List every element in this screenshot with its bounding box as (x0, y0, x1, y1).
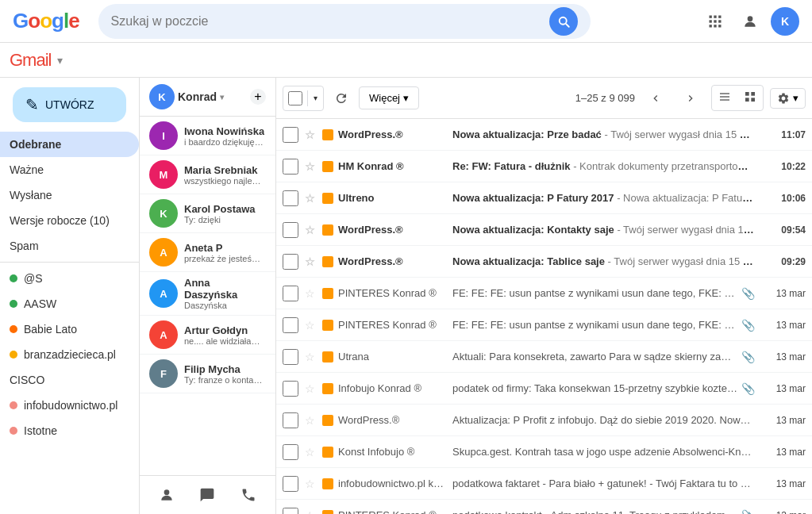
chat-person-icon[interactable] (154, 482, 179, 508)
email-content: podatek od firmy: Taka konsekwan 15-prze… (452, 382, 738, 394)
sidebar-item-infobudownictwo[interactable]: infobudownictwo.pl (0, 393, 139, 418)
sidebar-item-babie-lato[interactable]: Babie Lato (0, 316, 139, 342)
conv-item-artur[interactable]: A Artur Gołdyn ne.... ale widziałam goog… (140, 316, 275, 355)
email-checkbox[interactable] (283, 286, 298, 301)
attachment-icon: 📎 (741, 319, 755, 332)
settings-button[interactable]: ▾ (770, 88, 806, 109)
conv-preview-iwona: i baardzo dziękuję za sp (184, 137, 264, 147)
conv-name-artur: Artur Gołdyn (184, 324, 264, 336)
email-row[interactable]: ☆ Konst Infobujo ® Skupca.gest. Kontrah … (276, 436, 812, 468)
conv-item-anna[interactable]: A Anna Daszyńska Daszyńska (140, 272, 275, 316)
sidebar-item-important[interactable]: Ważne (0, 157, 139, 182)
compose-button[interactable]: ✎ UTWÓRZ (13, 87, 126, 122)
conv-item-maria[interactable]: M Maria Srebniak wszystkiego najlepszego (140, 155, 275, 194)
sidebar-item-istotne[interactable]: Istotne (0, 418, 139, 443)
email-content: FE: FE: FE: usun pantse z wynikami usun … (452, 319, 738, 331)
star-icon[interactable]: ☆ (302, 254, 317, 270)
star-icon[interactable]: ☆ (302, 381, 317, 397)
email-checkbox[interactable] (283, 190, 298, 206)
email-checkbox[interactable] (283, 159, 298, 175)
email-checkbox[interactable] (283, 349, 298, 365)
star-icon[interactable]: ☆ (302, 317, 317, 333)
select-all-checkbox[interactable] (288, 91, 302, 105)
phone-icon[interactable] (236, 482, 261, 508)
conv-info-iwona: Iwona Nowińska i baardzo dziękuję za sp (184, 125, 264, 147)
svg-rect-12 (720, 96, 729, 97)
search-input[interactable] (111, 14, 543, 29)
sidebar-item-inbox[interactable]: Odebrane (0, 132, 139, 157)
sidebar-item-sent[interactable]: Wysłane (0, 182, 139, 208)
star-icon[interactable]: ☆ (302, 127, 317, 143)
email-row[interactable]: ☆ PINTERES Konrad ® FE: FE: FE: usun pan… (276, 309, 812, 341)
email-row[interactable]: ☆ PINTERES Konrad ® podatkowa kontrakt -… (276, 500, 812, 514)
konrad-dropdown[interactable]: ▾ (220, 93, 224, 102)
label-tag (322, 320, 333, 331)
email-time: 13 mar (758, 478, 806, 489)
email-row[interactable]: ☆ infobudownictwo.pl kontra podatkowa fa… (276, 468, 812, 500)
email-checkbox[interactable] (283, 508, 298, 515)
email-row[interactable]: ☆ Utrana Aktuali: Para konsekreta, zawar… (276, 341, 812, 373)
star-icon[interactable]: ☆ (302, 222, 317, 238)
grid-view-button[interactable] (737, 86, 763, 110)
email-time: 13 mar (758, 383, 806, 394)
star-icon[interactable]: ☆ (302, 444, 317, 460)
star-icon[interactable]: ☆ (302, 412, 317, 428)
search-bar (98, 4, 591, 39)
star-icon[interactable]: ☆ (302, 476, 317, 492)
account-button[interactable] (736, 7, 764, 36)
email-checkbox[interactable] (283, 127, 298, 143)
conv-item-iwona[interactable]: I Iwona Nowińska i baardzo dziękuję za s… (140, 117, 275, 155)
email-content: Re: FW: Fatura - dłużnik - Kontrak dokum… (452, 160, 755, 172)
sidebar-item-aasw[interactable]: AASW (0, 291, 139, 316)
email-row[interactable]: ☆ Infobujo Konrad ® podatek od firmy: Ta… (276, 373, 812, 405)
email-checkbox[interactable] (283, 444, 298, 460)
label-tag (322, 256, 333, 267)
search-button[interactable] (549, 7, 578, 36)
account-icon (742, 13, 758, 29)
star-icon[interactable]: ☆ (302, 190, 317, 206)
star-icon[interactable]: ☆ (302, 159, 317, 175)
svg-rect-5 (718, 20, 721, 22)
email-checkbox[interactable] (283, 254, 298, 270)
email-row[interactable]: ☆ WordPress.® Nowa aktualizacja: Tablice… (276, 246, 812, 278)
email-row[interactable]: ☆ WordPress.® Nowa aktualizacja: Prze ba… (276, 119, 812, 151)
conv-name-aneta: Aneta P (184, 242, 264, 254)
email-sender: Konst Infobujo ® (338, 446, 449, 458)
conv-item-filip[interactable]: F Filip Mycha Ty: franze o kontakt moj..… (140, 355, 275, 393)
sidebar-item-infobudownictwo-label: infobudownictwo.pl (24, 399, 126, 412)
sidebar-item-drafts[interactable]: Wersje robocze (10) (0, 208, 139, 233)
email-row[interactable]: ☆ WordPress.® Nowa aktualizacja: Kontakt… (276, 214, 812, 246)
email-row[interactable]: ☆ WordPress.® Aktualizacja: P Profit z i… (276, 405, 812, 436)
compose-plus-icon: ✎ (25, 95, 39, 114)
list-view-button[interactable] (712, 86, 737, 110)
apps-button[interactable] (701, 7, 729, 36)
sidebar-item-branzadziecieca[interactable]: branzadziecieca.pl (0, 342, 139, 367)
email-checkbox[interactable] (283, 412, 298, 428)
email-row[interactable]: ☆ Ultreno Nowa aktualizacja: P Fatury 20… (276, 182, 812, 214)
sidebar-item-cisco[interactable]: CISCO (0, 367, 139, 393)
sidebar-divider (0, 262, 139, 263)
email-checkbox[interactable] (283, 381, 298, 397)
email-time: 09:29 (758, 256, 806, 267)
select-dropdown[interactable]: ▾ (307, 90, 323, 106)
conv-item-aneta[interactable]: A Aneta P przekaż że jesteśmy dozg (140, 233, 275, 272)
refresh-button[interactable] (327, 84, 356, 113)
gmail-dropdown-icon[interactable]: ▾ (57, 54, 63, 67)
email-checkbox[interactable] (283, 476, 298, 492)
next-page-button[interactable] (676, 84, 705, 113)
prev-page-button[interactable] (641, 84, 670, 113)
star-icon[interactable]: ☆ (302, 508, 317, 515)
email-checkbox[interactable] (283, 222, 298, 238)
email-row[interactable]: ☆ HM Konrad ® Re: FW: Fatura - dłużnik -… (276, 151, 812, 182)
add-conversation-button[interactable]: + (250, 89, 266, 105)
email-checkbox[interactable] (283, 317, 298, 333)
avatar[interactable]: K (771, 7, 799, 36)
conv-item-karol[interactable]: K Karol Postawa Ty: dzięki (140, 194, 275, 233)
star-icon[interactable]: ☆ (302, 286, 317, 301)
email-row[interactable]: ☆ PINTERES Konrad ® FE: FE: FE: usun pan… (276, 278, 812, 309)
more-button[interactable]: Więcej ▾ (359, 86, 419, 109)
star-icon[interactable]: ☆ (302, 349, 317, 365)
sidebar-item-at-s[interactable]: @S (0, 266, 139, 291)
chat-bubble-icon[interactable] (194, 482, 220, 508)
sidebar-item-spam[interactable]: Spam (0, 233, 139, 259)
